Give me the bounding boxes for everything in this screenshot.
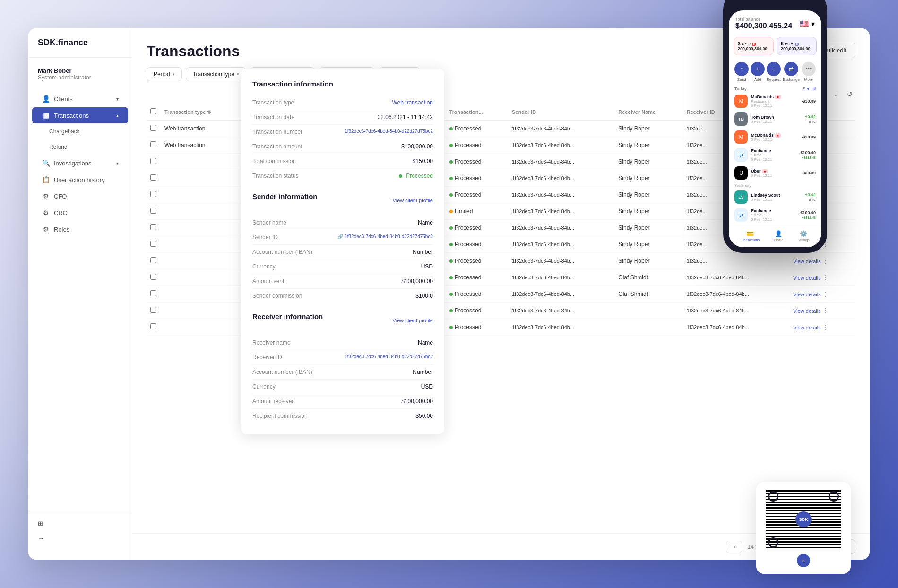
row-tx-status: Processed [446, 236, 508, 253]
sidebar-item-investigations[interactable]: 🔍 Investigations ▾ [32, 155, 128, 171]
chevron-down-icon: ▾ [116, 96, 119, 102]
phone-request-button[interactable]: ↓ Request [767, 62, 781, 82]
row-checkbox[interactable] [150, 241, 156, 247]
phone-tx-uber[interactable]: U Uber ■ 6 Feb, 12:11 -$30.89 [729, 164, 821, 182]
phone-tx-mcdonalds-2[interactable]: M McDonalds ■ 6 Feb, 12:11 -$30.89 [729, 128, 821, 146]
row-more-button[interactable]: ⋮ [822, 323, 829, 331]
phone-tx-exchange-1[interactable]: ⇄ Exchange 1 BTC 6 Feb, 12:11 -€100.00+$… [729, 146, 821, 164]
phone-exchange-button[interactable]: ⇄ Exchange [783, 62, 800, 82]
row-receiver-id: 1f32dec3-7dc6-4bed-84b... [683, 286, 789, 303]
page-title: Transactions [147, 43, 240, 60]
row-receiver-name: Sindy Roper [614, 121, 682, 137]
cfo-icon: ⚙ [42, 192, 50, 200]
phone-tx-mcdonalds-1[interactable]: M McDonalds ■ Restaurant 6 Feb, 12:11 -$… [729, 92, 821, 110]
view-receiver-profile-link[interactable]: View client profile [393, 318, 433, 323]
view-sender-profile-link[interactable]: View client profile [393, 198, 433, 203]
row-checkbox[interactable] [150, 274, 156, 280]
add-icon: + [751, 62, 765, 76]
sidebar-item-user-action-history[interactable]: 📋 User action history [32, 172, 128, 188]
phone-tx-tom-brown[interactable]: TB Tom Brown 5 Feb, 12:11 +0.02BTC [729, 110, 821, 128]
row-checkbox[interactable] [150, 257, 156, 263]
phone-add-button[interactable]: + Add [751, 62, 765, 82]
phone-more-button[interactable]: ••• More [802, 62, 816, 82]
row-receiver-name: Sindy Roper [614, 154, 682, 170]
app-logo: SDK.finance [28, 38, 132, 58]
row-checkbox[interactable] [150, 307, 156, 313]
sidebar-item-cfo[interactable]: ⚙ CFO [32, 188, 128, 204]
view-details-button[interactable]: View details [793, 259, 821, 264]
col-receiver-name: Receiver Name [614, 104, 682, 121]
phone-send-button[interactable]: ↑ Send [734, 62, 749, 82]
view-details-button[interactable]: View details [793, 325, 821, 330]
phone-tx-exchange-2[interactable]: ⇄ Exchange 1 BTC 5 Feb, 12:11 -€100.00+$… [729, 206, 821, 224]
view-details-button[interactable]: View details [793, 308, 821, 314]
row-receiver-id: 1f32dec3-7dc6-4bed-84b... [683, 319, 789, 336]
download-icon-button[interactable]: ↓ [831, 88, 840, 100]
sort-icon[interactable]: ⇅ [207, 110, 211, 115]
status-dot [449, 309, 453, 312]
sidebar-item-clients[interactable]: 👤 Clients ▾ [32, 91, 128, 107]
qr-overlay: SDK S [756, 482, 851, 574]
status-dot [449, 177, 453, 180]
tom-brown-icon: TB [734, 112, 748, 126]
sidebar-item-transactions[interactable]: ▦ Transactions ▴ [32, 107, 128, 123]
row-checkbox[interactable] [150, 208, 156, 214]
phone-see-all-button[interactable]: See all [803, 86, 816, 91]
user-name: Mark Bober [38, 67, 122, 74]
row-more-button[interactable]: ⋮ [822, 290, 829, 298]
phone-top-bar: Total balance $400,300,455.24 🇺🇸 ▾ [729, 14, 821, 33]
row-checkbox[interactable] [150, 290, 156, 296]
tx-info: McDonalds ■ 6 Feb, 12:11 [751, 133, 798, 142]
row-checkbox[interactable] [150, 158, 156, 164]
row-more-button[interactable]: ⋮ [822, 257, 829, 265]
status-dot [449, 160, 453, 164]
refresh-icon-button[interactable]: ↺ [844, 88, 855, 100]
phone-tx-lindsey[interactable]: LS Lindsey Scout 5 Feb, 12:11 +0.02BTC [729, 188, 821, 206]
row-checkbox[interactable] [150, 224, 156, 230]
phone-nav-profile[interactable]: 👤 Profile [774, 230, 783, 242]
sidebar-item-refund[interactable]: Refund [32, 139, 128, 155]
phone-nav-settings[interactable]: ⚙️ Settings [798, 230, 810, 242]
sidebar-item-chargeback[interactable]: Chargeback [32, 124, 128, 139]
cro-icon: ⚙ [42, 209, 50, 216]
view-details-button[interactable]: View details [793, 292, 821, 297]
view-details-button[interactable]: View details [793, 275, 821, 281]
row-checkbox[interactable] [150, 323, 156, 329]
phone-usd-card[interactable]: $ USD ■ 200,000,300.00 [734, 37, 774, 55]
row-checkbox[interactable] [150, 141, 156, 147]
row-tx-status: Processed [446, 269, 508, 286]
sidebar-item-label: CFO [54, 193, 67, 200]
status-dot [449, 144, 453, 147]
row-receiver-name: Sindy Roper [614, 253, 682, 269]
sidebar: SDK.finance Mark Bober System administra… [28, 28, 132, 560]
send-icon: ↑ [734, 62, 749, 76]
phone-eur-card[interactable]: € EUR ■ 200,000,300.00 [777, 37, 817, 55]
sidebar-item-roles[interactable]: ⚙ Roles [32, 221, 128, 237]
row-more-button[interactable]: ⋮ [822, 307, 829, 314]
phone-nav-transactions[interactable]: 💳 Transactions [741, 230, 760, 242]
select-all-checkbox[interactable] [150, 108, 156, 114]
prev-page-button[interactable]: → [726, 541, 742, 553]
detail-row-sender-name: Sender name Name [252, 216, 433, 230]
qr-corner-bl [768, 537, 778, 548]
row-receiver-name [614, 319, 682, 336]
row-receiver-name: Sindy Roper [614, 170, 682, 187]
mcdonalds-icon: M [734, 95, 748, 108]
transaction-type-filter[interactable]: Transaction type ▾ [186, 67, 246, 81]
row-receiver-name: Sindy Roper [614, 187, 682, 203]
sidebar-item-cro[interactable]: ⚙ CRO [32, 205, 128, 221]
row-tx-type: Web transaction [161, 137, 243, 154]
row-tx-type [161, 286, 243, 303]
period-filter[interactable]: Period ▾ [147, 67, 182, 81]
grid-icon-item[interactable]: ⊞ [28, 516, 132, 531]
row-checkbox[interactable] [150, 191, 156, 197]
row-tx-status: Processed [446, 286, 508, 303]
row-more-button[interactable]: ⋮ [822, 274, 829, 281]
logout-item[interactable]: → [28, 531, 132, 545]
row-checkbox[interactable] [150, 125, 156, 131]
detail-row-amount-received: Amount received $100,000.00 [252, 394, 433, 409]
row-tx-type [161, 236, 243, 253]
row-tx-type [161, 170, 243, 187]
row-checkbox[interactable] [150, 174, 156, 181]
phone-total-balance: $400,300,455.24 [735, 22, 792, 30]
